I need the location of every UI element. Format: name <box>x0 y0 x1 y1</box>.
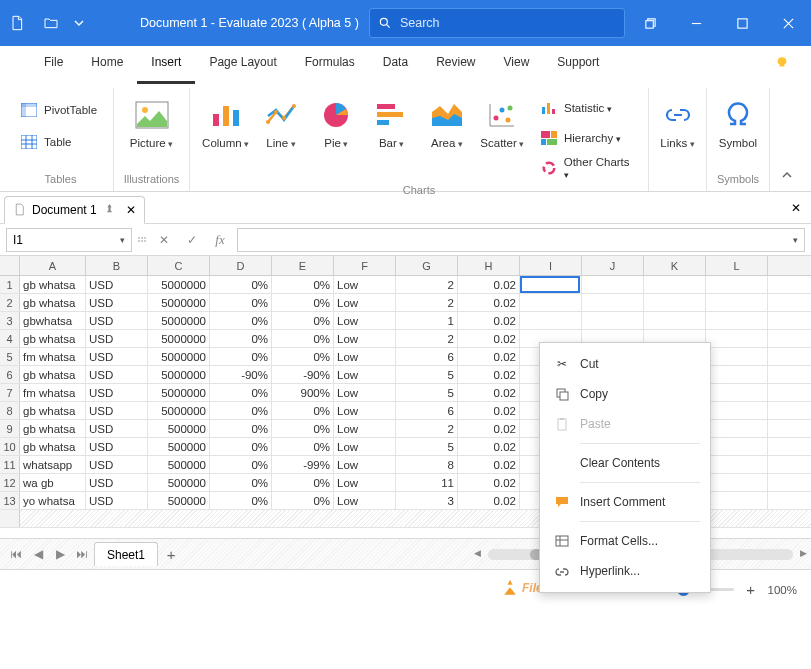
cell[interactable]: USD <box>86 276 148 293</box>
cell[interactable]: 5000000 <box>148 402 210 419</box>
cell[interactable]: 0.02 <box>458 312 520 329</box>
cell[interactable]: 5 <box>396 438 458 455</box>
row-header[interactable]: 7 <box>0 384 20 401</box>
col-header[interactable]: K <box>644 256 706 275</box>
cell[interactable] <box>644 312 706 329</box>
tab-home[interactable]: Home <box>77 46 137 84</box>
row-header[interactable]: 4 <box>0 330 20 347</box>
search-box[interactable] <box>369 8 625 38</box>
cell[interactable]: 0.02 <box>458 276 520 293</box>
cell[interactable] <box>706 456 768 473</box>
hierarchy-chart-button[interactable]: Hierarchy <box>536 124 640 152</box>
cell[interactable]: 0% <box>272 438 334 455</box>
area-chart-button[interactable]: Area <box>419 92 474 154</box>
tab-formulas[interactable]: Formulas <box>291 46 369 84</box>
cell[interactable]: 2 <box>396 330 458 347</box>
cell[interactable]: Low <box>334 294 396 311</box>
add-sheet-button[interactable]: + <box>160 543 182 565</box>
cell[interactable]: 0.02 <box>458 348 520 365</box>
cell[interactable]: 0.02 <box>458 402 520 419</box>
sheet-tab-1[interactable]: Sheet1 <box>94 542 158 566</box>
cell[interactable]: USD <box>86 366 148 383</box>
cell[interactable]: 8 <box>396 456 458 473</box>
row-header[interactable]: 6 <box>0 366 20 383</box>
close-button[interactable] <box>765 0 811 46</box>
cell[interactable]: 0% <box>210 294 272 311</box>
col-header[interactable]: A <box>20 256 86 275</box>
cell[interactable]: Low <box>334 420 396 437</box>
cell[interactable]: USD <box>86 438 148 455</box>
cell[interactable]: 500000 <box>148 474 210 491</box>
collapse-ribbon-button[interactable] <box>769 88 803 191</box>
pivot-table-button[interactable]: PivotTable <box>16 96 101 124</box>
picture-button[interactable]: Picture <box>122 92 181 154</box>
col-header[interactable]: I <box>520 256 582 275</box>
cell[interactable]: 0% <box>210 474 272 491</box>
row-header[interactable]: 10 <box>0 438 20 455</box>
cell[interactable]: 0.02 <box>458 474 520 491</box>
cell[interactable]: 5 <box>396 384 458 401</box>
qat-dropdown-icon[interactable] <box>68 15 90 31</box>
cell[interactable]: gb whatsa <box>20 366 86 383</box>
cell[interactable]: 1 <box>396 312 458 329</box>
cell[interactable]: 5000000 <box>148 348 210 365</box>
cell[interactable]: 0% <box>272 294 334 311</box>
bar-chart-button[interactable]: Bar <box>364 92 419 154</box>
close-all-tabs-icon[interactable]: ✕ <box>791 201 801 215</box>
cell[interactable] <box>706 276 768 293</box>
cell[interactable]: USD <box>86 456 148 473</box>
formula-expand-icon[interactable]: ▾ <box>793 235 798 245</box>
cell[interactable]: 0% <box>272 276 334 293</box>
fx-button[interactable]: fx <box>209 229 231 251</box>
row-header[interactable]: 13 <box>0 492 20 509</box>
row-header[interactable]: 8 <box>0 402 20 419</box>
cell[interactable]: gb whatsa <box>20 438 86 455</box>
tab-review[interactable]: Review <box>422 46 489 84</box>
tab-file[interactable]: File <box>30 46 77 84</box>
ctx-insert-comment[interactable]: Insert Comment <box>540 487 710 517</box>
cell[interactable] <box>706 348 768 365</box>
scroll-right-icon[interactable]: ▶ <box>800 548 807 558</box>
cell[interactable]: 0.02 <box>458 456 520 473</box>
cell[interactable]: whatsapp <box>20 456 86 473</box>
cell[interactable]: 2 <box>396 294 458 311</box>
search-input[interactable] <box>400 16 616 30</box>
cell[interactable]: 0.02 <box>458 366 520 383</box>
cell[interactable]: 500000 <box>148 456 210 473</box>
row-header[interactable]: 12 <box>0 474 20 491</box>
cell[interactable]: 0.02 <box>458 330 520 347</box>
table-button[interactable]: Table <box>16 128 76 156</box>
pin-icon[interactable] <box>103 203 116 216</box>
cell[interactable]: Low <box>334 456 396 473</box>
row-header[interactable]: 9 <box>0 420 20 437</box>
row-header[interactable]: 1 <box>0 276 20 293</box>
cell[interactable] <box>520 276 582 293</box>
cell[interactable]: -99% <box>272 456 334 473</box>
col-header[interactable]: B <box>86 256 148 275</box>
formula-grip-icon[interactable] <box>138 229 147 251</box>
cell[interactable] <box>706 474 768 491</box>
cell[interactable]: 0% <box>210 402 272 419</box>
cell[interactable]: 5000000 <box>148 366 210 383</box>
cell[interactable]: 11 <box>396 474 458 491</box>
cell[interactable]: USD <box>86 402 148 419</box>
cell[interactable] <box>706 312 768 329</box>
cell[interactable]: 500000 <box>148 438 210 455</box>
cell[interactable]: USD <box>86 384 148 401</box>
cancel-formula-button[interactable]: ✕ <box>153 229 175 251</box>
cell[interactable]: 500000 <box>148 492 210 509</box>
document-tab[interactable]: Document 1 ✕ <box>4 196 145 224</box>
cell[interactable]: USD <box>86 348 148 365</box>
cell[interactable]: gb whatsa <box>20 402 86 419</box>
cell[interactable]: Low <box>334 474 396 491</box>
sheet-nav-next[interactable]: ▶ <box>50 544 70 564</box>
cell[interactable]: 0.02 <box>458 420 520 437</box>
statistic-chart-button[interactable]: Statistic <box>536 94 640 122</box>
cell-ref-dropdown-icon[interactable]: ▾ <box>120 235 125 245</box>
accept-formula-button[interactable]: ✓ <box>181 229 203 251</box>
cell[interactable]: Low <box>334 402 396 419</box>
cell[interactable] <box>706 492 768 509</box>
cell[interactable]: 5000000 <box>148 330 210 347</box>
cell[interactable]: 3 <box>396 492 458 509</box>
row-header[interactable]: 5 <box>0 348 20 365</box>
